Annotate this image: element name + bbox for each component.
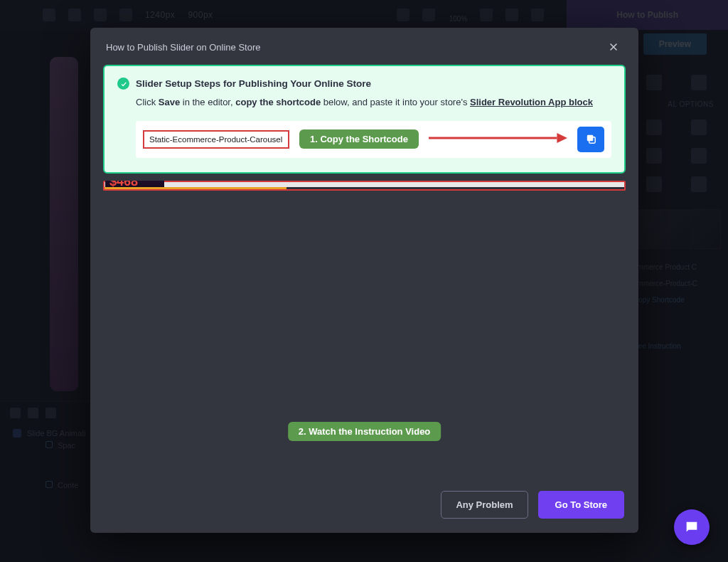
chat-fab-button[interactable] bbox=[674, 509, 710, 545]
shortcode-row: 1. Copy the Shortcode bbox=[136, 121, 611, 158]
go-to-store-button[interactable]: Go To Store bbox=[538, 491, 624, 519]
svg-rect-3 bbox=[587, 135, 593, 142]
check-circle-icon bbox=[117, 78, 129, 90]
svg-marker-1 bbox=[557, 133, 567, 143]
publish-modal: How to Publish Slider on Online Store Sl… bbox=[90, 28, 638, 533]
step-1-pill: 1. Copy the Shortcode bbox=[299, 129, 419, 149]
setup-steps-description: Click Save in the editor, copy the short… bbox=[136, 96, 611, 110]
setup-steps-title: Slider Setup Steps for Publishing Your O… bbox=[136, 78, 371, 89]
setup-steps-card: Slider Setup Steps for Publishing Your O… bbox=[103, 65, 626, 174]
step-2-pill: 2. Watch the Instruction Video bbox=[288, 422, 441, 441]
app-block-link[interactable]: Slider Revolution App block bbox=[470, 97, 593, 107]
modal-title: How to Publish Slider on Online Store bbox=[106, 42, 261, 53]
copy-icon bbox=[585, 133, 597, 145]
video-progress-bar[interactable] bbox=[105, 187, 624, 189]
arrow-to-copy bbox=[429, 131, 567, 148]
modal-close-button[interactable] bbox=[604, 38, 623, 56]
shortcode-input[interactable] bbox=[143, 130, 289, 149]
instruction-video-frame[interactable]: Slider Revo... Sliders Notification Docu… bbox=[103, 181, 626, 191]
copy-shortcode-button[interactable] bbox=[577, 127, 604, 152]
chat-icon bbox=[684, 519, 700, 535]
modal-footer: Any Problem Go To Store bbox=[90, 479, 638, 533]
close-icon bbox=[608, 41, 619, 53]
modal-header: How to Publish Slider on Online Store bbox=[90, 28, 638, 65]
any-problem-button[interactable]: Any Problem bbox=[441, 491, 528, 519]
